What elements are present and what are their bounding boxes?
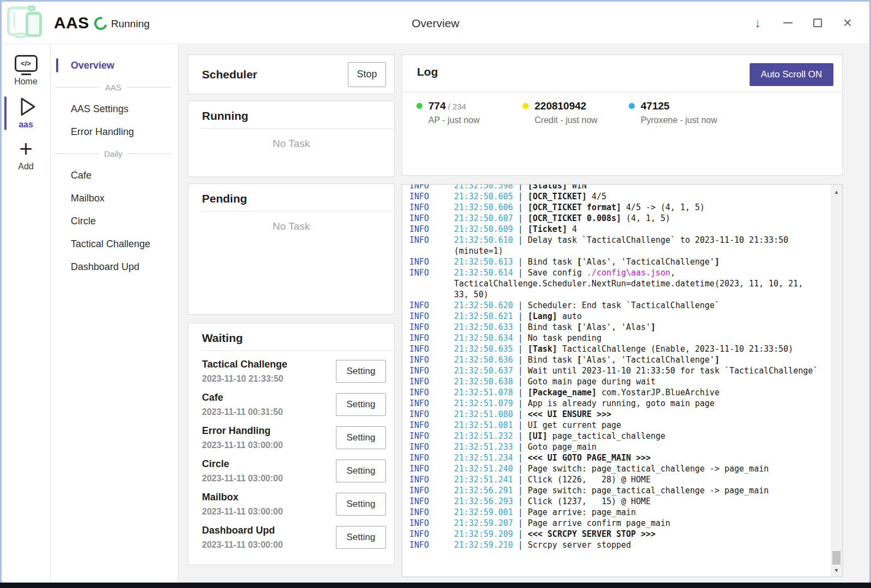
rail-item-aas[interactable]: aas bbox=[2, 95, 50, 130]
log-content: 21:32:56.291 | Page switch: page_tactica… bbox=[454, 485, 828, 496]
setting-button[interactable]: Setting bbox=[336, 360, 386, 383]
log-message-segment: [ bbox=[577, 257, 582, 267]
log-message-segment: Click (1226, 28) @ HOME bbox=[527, 475, 651, 485]
rail-item-label: aas bbox=[19, 120, 33, 130]
log-content: 21:32:51.233 | Goto page_main bbox=[454, 442, 828, 452]
stop-button[interactable]: Stop bbox=[348, 62, 386, 87]
log-level: INFO bbox=[409, 398, 454, 409]
log-scrollbar[interactable]: ▲ ▼ bbox=[831, 185, 842, 577]
setting-button[interactable]: Setting bbox=[336, 493, 386, 516]
log-message-segment: Scheduler: End task `TacticalChallenge` bbox=[527, 301, 719, 310]
sidebar-item-mailbox[interactable]: Mailbox bbox=[51, 187, 178, 210]
log-stats: 774 / 234 AP - just now 220810942 Credit… bbox=[402, 93, 842, 125]
log-content: 21:32:50.614 | Save config ./config\aas.… bbox=[454, 267, 828, 300]
log-message-segment: Page switch: page_tactical_challenge -> … bbox=[527, 486, 769, 495]
log-message-segment: ] bbox=[715, 257, 720, 267]
sidebar-item-tactical-challenge[interactable]: Tactical Challenge bbox=[51, 232, 178, 255]
sidebar-item-overview[interactable]: Overview bbox=[51, 54, 178, 77]
scheduler-card: Scheduler Stop bbox=[188, 54, 395, 94]
log-message-segment: 'Alas', 'TacticalChallenge' bbox=[582, 355, 715, 365]
log-row: INFO21:32:51.080 | <<< UI ENSURE >>> bbox=[402, 409, 831, 420]
setting-button[interactable]: Setting bbox=[336, 526, 386, 549]
log-timestamp: 21:32:56.291 bbox=[454, 486, 513, 495]
download-icon[interactable]: ↓ bbox=[751, 15, 764, 30]
log-separator: | bbox=[513, 235, 527, 245]
log-timestamp: 21:32:50.605 bbox=[454, 192, 513, 201]
log-separator: | bbox=[513, 311, 527, 321]
setting-button[interactable]: Setting bbox=[336, 460, 386, 482]
log-message-segment: 'Alas', 'Alas' bbox=[582, 322, 651, 332]
log-separator: | bbox=[513, 203, 527, 212]
minimize-icon[interactable] bbox=[781, 15, 794, 30]
stat-value: 220810942 bbox=[535, 100, 586, 112]
sidebar-item-cafe[interactable]: Cafe bbox=[51, 164, 178, 187]
log-row: INFO21:32:50.637 | Wait until 2023-11-10… bbox=[402, 365, 831, 376]
log-level: INFO bbox=[409, 333, 454, 344]
waiting-task-info: Cafe2023-11-11 00:31:50 bbox=[202, 392, 283, 417]
rail-item-add[interactable]: + Add bbox=[2, 138, 50, 171]
log-separator: | bbox=[513, 355, 527, 365]
sidebar-item-dashboard-upd[interactable]: Dashboard Upd bbox=[51, 255, 178, 278]
log-content: 21:32:50.605 | [OCR_TICKET] 4/5 bbox=[454, 191, 828, 202]
log-row: INFO21:32:59.210 | Scrcpy server stopped bbox=[402, 540, 831, 550]
log-timestamp: 21:32:51.232 bbox=[454, 431, 513, 441]
scrollbar-up-icon[interactable]: ▲ bbox=[831, 189, 842, 195]
sidebar-item-error-handling[interactable]: Error Handling bbox=[51, 120, 178, 143]
log-timestamp: 21:32:56.293 bbox=[454, 497, 513, 506]
window-controls: ↓ × bbox=[751, 2, 854, 44]
log-row: INFO21:32:51.081 | UI get current page bbox=[402, 420, 831, 431]
stat-pyroxene: 47125 Pyroxene - just now bbox=[629, 100, 735, 125]
log-separator: | bbox=[513, 529, 527, 539]
log-separator: | bbox=[513, 540, 527, 550]
monitor-code-icon: </> bbox=[15, 55, 38, 72]
log-separator: | bbox=[513, 431, 527, 441]
maximize-icon[interactable] bbox=[811, 15, 824, 30]
log-message-segment: Bind task bbox=[527, 355, 576, 365]
rail-active-indicator bbox=[4, 96, 7, 130]
log-level: INFO bbox=[409, 518, 454, 529]
sidebar-item-circle[interactable]: Circle bbox=[51, 210, 178, 232]
log-message-segment: App is already running, goto main page bbox=[527, 399, 714, 408]
rail-item-home[interactable]: </> Home bbox=[2, 55, 50, 87]
log-separator: | bbox=[513, 442, 527, 452]
log-message-segment: [OCR_TICKET format] bbox=[527, 203, 621, 212]
log-lines: INFO21:32:50.598 | [Status] WININFO21:32… bbox=[402, 184, 831, 550]
setting-button[interactable]: Setting bbox=[336, 393, 386, 416]
log-message-segment: Page arrive: page_main bbox=[527, 507, 636, 517]
log-separator: | bbox=[513, 507, 527, 517]
divider-label: AAS bbox=[105, 83, 121, 92]
sidebar-item-aas-settings[interactable]: AAS Settings bbox=[51, 97, 178, 120]
logo-phone-shape bbox=[26, 12, 42, 37]
log-row: INFO21:32:56.291 | Page switch: page_tac… bbox=[402, 485, 831, 496]
waiting-list: Tactical Challenge2023-11-10 21:33:50Set… bbox=[188, 351, 394, 554]
log-message-segment: Goto page_main bbox=[527, 442, 596, 452]
pending-card: Pending No Task bbox=[188, 183, 395, 315]
running-empty-text: No Task bbox=[188, 138, 394, 150]
log-content: 21:32:56.293 | Click (1237, 15) @ HOME bbox=[454, 496, 828, 507]
log-timestamp: 21:32:51.233 bbox=[454, 442, 513, 452]
log-timestamp: 21:32:50.607 bbox=[454, 213, 513, 223]
divider bbox=[200, 211, 394, 212]
log-content: 21:32:50.633 | Bind task ['Alas', 'Alas'… bbox=[454, 322, 828, 333]
log-content: 21:32:51.080 | <<< UI ENSURE >>> bbox=[454, 409, 828, 420]
close-icon[interactable]: × bbox=[841, 15, 854, 30]
setting-button[interactable]: Setting bbox=[336, 426, 386, 449]
waiting-task-info: Mailbox2023-11-11 03:00:00 bbox=[202, 492, 283, 517]
log-row: INFO21:32:59.207 | Page arrive confirm p… bbox=[402, 518, 831, 529]
autoscroll-button[interactable]: Auto Scroll ON bbox=[750, 63, 833, 86]
plus-icon: + bbox=[19, 138, 33, 160]
app-logo-icon bbox=[7, 5, 45, 40]
waiting-task-info: Error Handling2023-11-11 03:00:00 bbox=[202, 425, 283, 450]
log-message-segment: [Status] bbox=[527, 184, 567, 191]
pending-title: Pending bbox=[202, 192, 247, 205]
waiting-task-time: 2023-11-11 03:00:00 bbox=[202, 507, 283, 517]
log-level: INFO bbox=[409, 354, 454, 365]
log-timestamp: 21:32:50.620 bbox=[454, 301, 513, 310]
credit-dot-icon bbox=[523, 103, 529, 109]
log-row: INFO21:32:50.638 | Goto main page during… bbox=[402, 376, 831, 387]
scrollbar-down-icon[interactable]: ▼ bbox=[831, 567, 842, 573]
log-content: 21:32:59.209 | <<< SCRCPY SERVER STOP >>… bbox=[454, 529, 828, 540]
scrollbar-thumb[interactable] bbox=[832, 551, 841, 565]
log-level: INFO bbox=[409, 376, 454, 387]
log-level: INFO bbox=[409, 256, 454, 267]
